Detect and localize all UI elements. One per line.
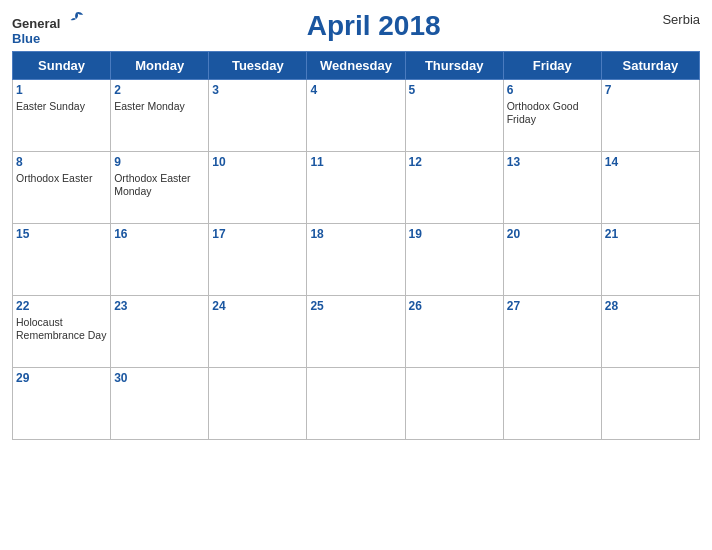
- week-row-5: 2930: [13, 368, 700, 440]
- col-thursday: Thursday: [405, 52, 503, 80]
- table-cell: 19: [405, 224, 503, 296]
- calendar-title: April 2018: [85, 10, 663, 42]
- day-event: Holocaust Remembrance Day: [16, 316, 107, 343]
- day-number: 13: [507, 154, 598, 171]
- table-cell: 14: [601, 152, 699, 224]
- table-cell: [307, 368, 405, 440]
- table-cell: 28: [601, 296, 699, 368]
- table-cell: 23: [111, 296, 209, 368]
- title-container: April 2018: [85, 10, 663, 42]
- logo-general-text: General: [12, 16, 60, 31]
- day-number: 16: [114, 226, 205, 243]
- day-event: Orthodox Easter Monday: [114, 172, 205, 199]
- day-number: 23: [114, 298, 205, 315]
- table-cell: 29: [13, 368, 111, 440]
- day-number: 22: [16, 298, 107, 315]
- day-number: 28: [605, 298, 696, 315]
- day-number: 30: [114, 370, 205, 387]
- day-number: 24: [212, 298, 303, 315]
- table-cell: 16: [111, 224, 209, 296]
- table-cell: [405, 368, 503, 440]
- table-cell: 8Orthodox Easter: [13, 152, 111, 224]
- logo: General Blue: [12, 10, 85, 45]
- day-number: 10: [212, 154, 303, 171]
- logo-blue-text: Blue: [12, 32, 40, 45]
- table-cell: 1Easter Sunday: [13, 80, 111, 152]
- table-cell: 2Easter Monday: [111, 80, 209, 152]
- day-number: 5: [409, 82, 500, 99]
- col-wednesday: Wednesday: [307, 52, 405, 80]
- day-number: 27: [507, 298, 598, 315]
- col-saturday: Saturday: [601, 52, 699, 80]
- day-number: 8: [16, 154, 107, 171]
- page: General Blue April 2018 Serbia Sunday Mo…: [0, 0, 712, 550]
- table-cell: 20: [503, 224, 601, 296]
- col-tuesday: Tuesday: [209, 52, 307, 80]
- day-number: 1: [16, 82, 107, 99]
- table-cell: 3: [209, 80, 307, 152]
- col-monday: Monday: [111, 52, 209, 80]
- table-cell: 12: [405, 152, 503, 224]
- day-number: 29: [16, 370, 107, 387]
- table-cell: 22Holocaust Remembrance Day: [13, 296, 111, 368]
- table-cell: 6Orthodox Good Friday: [503, 80, 601, 152]
- day-number: 19: [409, 226, 500, 243]
- day-number: 2: [114, 82, 205, 99]
- day-number: 9: [114, 154, 205, 171]
- day-number: 12: [409, 154, 500, 171]
- table-cell: 9Orthodox Easter Monday: [111, 152, 209, 224]
- day-number: 20: [507, 226, 598, 243]
- table-cell: 25: [307, 296, 405, 368]
- col-friday: Friday: [503, 52, 601, 80]
- table-cell: [503, 368, 601, 440]
- day-number: 4: [310, 82, 401, 99]
- country-label: Serbia: [662, 10, 700, 27]
- header: General Blue April 2018 Serbia: [12, 10, 700, 45]
- table-cell: 17: [209, 224, 307, 296]
- day-event: Orthodox Good Friday: [507, 100, 598, 127]
- table-cell: 15: [13, 224, 111, 296]
- table-cell: 5: [405, 80, 503, 152]
- calendar-table: Sunday Monday Tuesday Wednesday Thursday…: [12, 51, 700, 440]
- day-event: Easter Monday: [114, 100, 205, 114]
- table-cell: 7: [601, 80, 699, 152]
- day-number: 11: [310, 154, 401, 171]
- table-cell: 30: [111, 368, 209, 440]
- table-cell: 10: [209, 152, 307, 224]
- logo-bird-icon: [67, 10, 85, 28]
- day-number: 7: [605, 82, 696, 99]
- table-cell: [209, 368, 307, 440]
- table-cell: 21: [601, 224, 699, 296]
- days-header-row: Sunday Monday Tuesday Wednesday Thursday…: [13, 52, 700, 80]
- week-row-2: 8Orthodox Easter9Orthodox Easter Monday1…: [13, 152, 700, 224]
- day-number: 18: [310, 226, 401, 243]
- day-number: 15: [16, 226, 107, 243]
- day-event: Orthodox Easter: [16, 172, 107, 186]
- week-row-3: 15161718192021: [13, 224, 700, 296]
- table-cell: [601, 368, 699, 440]
- table-cell: 27: [503, 296, 601, 368]
- day-number: 17: [212, 226, 303, 243]
- table-cell: 11: [307, 152, 405, 224]
- table-cell: 4: [307, 80, 405, 152]
- week-row-4: 22Holocaust Remembrance Day232425262728: [13, 296, 700, 368]
- day-number: 26: [409, 298, 500, 315]
- col-sunday: Sunday: [13, 52, 111, 80]
- table-cell: 26: [405, 296, 503, 368]
- table-cell: 13: [503, 152, 601, 224]
- day-number: 14: [605, 154, 696, 171]
- day-event: Easter Sunday: [16, 100, 107, 114]
- day-number: 3: [212, 82, 303, 99]
- day-number: 25: [310, 298, 401, 315]
- week-row-1: 1Easter Sunday2Easter Monday3456Orthodox…: [13, 80, 700, 152]
- table-cell: 24: [209, 296, 307, 368]
- day-number: 21: [605, 226, 696, 243]
- day-number: 6: [507, 82, 598, 99]
- table-cell: 18: [307, 224, 405, 296]
